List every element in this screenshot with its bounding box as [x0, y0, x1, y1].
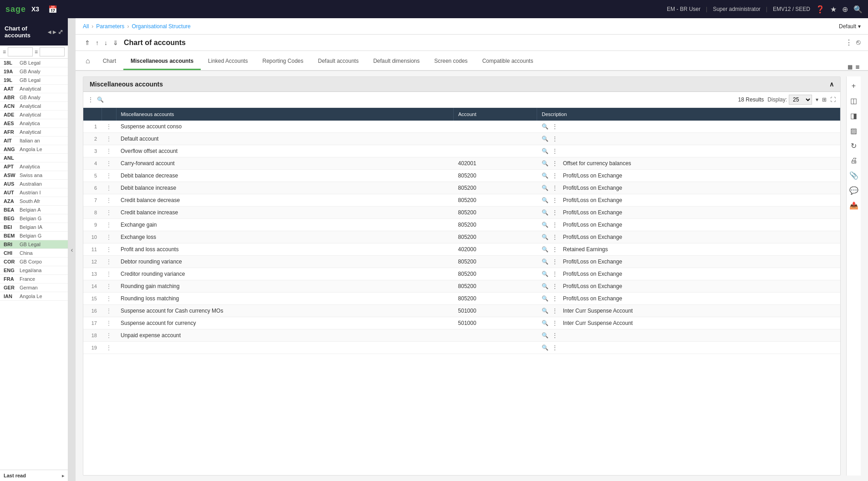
breadcrumb-parameters[interactable]: Parameters [96, 23, 124, 30]
row-more-btn[interactable]: ⋮ [552, 123, 558, 130]
row-search-btn[interactable]: 🔍 [542, 197, 548, 203]
row-menu-icon[interactable]: ⋮ [102, 170, 116, 182]
sidebar-item[interactable]: AZA South Afr [0, 197, 68, 206]
nav-top-button[interactable]: ⇑ [83, 38, 92, 47]
row-menu-icon[interactable]: ⋮ [102, 317, 116, 329]
nav-up-button[interactable]: ↑ [94, 38, 101, 47]
sidebar-item[interactable]: AUT Austrian I [0, 188, 68, 197]
display-down-arrow[interactable]: ▾ [816, 96, 818, 103]
row-menu-icon[interactable]: ⋮ [102, 256, 116, 268]
help-icon[interactable]: ❓ [816, 5, 825, 14]
sidebar-item[interactable]: ACN Analytical [0, 102, 68, 111]
row-menu-icon[interactable]: ⋮ [102, 280, 116, 293]
row-more-btn[interactable]: ⋮ [552, 234, 558, 240]
row-more-btn[interactable]: ⋮ [552, 344, 558, 351]
row-more-btn[interactable]: ⋮ [552, 271, 558, 277]
sidebar-expand-icon[interactable]: ⤢ [58, 28, 63, 35]
tab-list-icon[interactable]: ≣ [855, 64, 860, 70]
sidebar-item[interactable]: BRI GB Legal [0, 240, 68, 249]
sidebar-item[interactable]: FRA France [0, 275, 68, 284]
sidebar-item[interactable]: ASW Swiss ana [0, 171, 68, 180]
sidebar-item[interactable]: ADE Analytical [0, 111, 68, 119]
right-attach-icon[interactable]: 📎 [848, 169, 860, 182]
sidebar-item[interactable]: 19A GB Analy [0, 67, 68, 76]
sidebar-right-icon[interactable]: ▸ [53, 28, 56, 35]
nav-bottom-button[interactable]: ⇓ [111, 38, 120, 47]
row-search-btn[interactable]: 🔍 [542, 258, 548, 265]
row-search-btn[interactable]: 🔍 [542, 172, 548, 179]
right-add-icon[interactable]: + [850, 80, 858, 92]
row-more-btn[interactable]: ⋮ [552, 320, 558, 326]
row-menu-icon[interactable]: ⋮ [102, 329, 116, 342]
right-unknown1-icon[interactable]: ◫ [848, 95, 859, 107]
row-more-btn[interactable]: ⋮ [552, 283, 558, 289]
sidebar-item[interactable]: ANL [0, 154, 68, 162]
row-more-btn[interactable]: ⋮ [552, 136, 558, 142]
tab-chart[interactable]: Chart [96, 53, 123, 70]
desc-filter-input[interactable] [40, 47, 65, 56]
sidebar-item[interactable]: BEA Belgian A [0, 206, 68, 214]
row-menu-icon[interactable]: ⋮ [102, 231, 116, 243]
row-search-btn[interactable]: 🔍 [542, 320, 548, 326]
tab-grid-icon[interactable]: ▦ [848, 64, 853, 70]
row-menu-icon[interactable]: ⋮ [102, 219, 116, 231]
tab-misc-accounts[interactable]: Miscellaneous accounts [123, 53, 201, 70]
sidebar-collapse-button[interactable]: ‹ [68, 18, 76, 481]
sidebar-item[interactable]: 18L GB Legal [0, 59, 68, 67]
row-more-btn[interactable]: ⋮ [552, 246, 558, 253]
right-comment-icon[interactable]: 💬 [848, 184, 860, 197]
toolbar-exit-icon[interactable]: ⎋ [856, 38, 861, 47]
right-unknown2-icon[interactable]: ◨ [848, 110, 859, 122]
row-more-btn[interactable]: ⋮ [552, 258, 558, 265]
row-search-btn[interactable]: 🔍 [542, 123, 548, 130]
sidebar-footer-arrow[interactable]: ▸ [62, 473, 64, 478]
sidebar-item[interactable]: BEG Belgian G [0, 214, 68, 223]
panel-search-icon[interactable]: 🔍 [97, 96, 104, 103]
row-search-btn[interactable]: 🔍 [542, 209, 548, 216]
sidebar-item[interactable]: ANG Angola Le [0, 145, 68, 154]
row-menu-icon[interactable]: ⋮ [102, 145, 116, 157]
row-menu-icon[interactable]: ⋮ [102, 207, 116, 219]
sidebar-item[interactable]: ENG Legal/ana [0, 266, 68, 275]
row-menu-icon[interactable]: ⋮ [102, 342, 116, 354]
breadcrumb-all[interactable]: All [83, 23, 89, 30]
sidebar-item[interactable]: GER German [0, 284, 68, 292]
row-more-btn[interactable]: ⋮ [552, 209, 558, 216]
sidebar-item[interactable]: AAT Analytical [0, 85, 68, 93]
sidebar-item[interactable]: AIT Italian an [0, 137, 68, 145]
row-menu-icon[interactable]: ⋮ [102, 293, 116, 305]
row-search-btn[interactable]: 🔍 [542, 222, 548, 228]
right-share-icon[interactable]: 📤 [848, 199, 860, 212]
sidebar-item[interactable]: COR GB Corpo [0, 258, 68, 266]
right-refresh-icon[interactable]: ↻ [849, 140, 858, 152]
sidebar-item[interactable]: AES Analytica [0, 119, 68, 128]
sidebar-item[interactable]: IAN Angola Le [0, 292, 68, 301]
panel-collapse-icon[interactable]: ∧ [829, 81, 834, 88]
search-top-icon[interactable]: 🔍 [853, 5, 863, 14]
panel-fullscreen-icon[interactable]: ⛶ [830, 96, 836, 103]
row-search-btn[interactable]: 🔍 [542, 136, 548, 142]
row-search-btn[interactable]: 🔍 [542, 185, 548, 191]
code-filter-input[interactable] [8, 47, 33, 56]
tab-default-dimensions[interactable]: Default dimensions [366, 53, 427, 70]
tab-compatible-accounts[interactable]: Compatible accounts [475, 53, 540, 70]
row-search-btn[interactable]: 🔍 [542, 308, 548, 314]
row-search-btn[interactable]: 🔍 [542, 160, 548, 167]
row-menu-icon[interactable]: ⋮ [102, 243, 116, 256]
row-menu-icon[interactable]: ⋮ [102, 305, 116, 317]
default-arrow[interactable]: ▾ [858, 23, 861, 30]
row-search-btn[interactable]: 🔍 [542, 148, 548, 154]
row-menu-icon[interactable]: ⋮ [102, 268, 116, 280]
calendar-icon[interactable]: 📅 [48, 5, 57, 14]
row-more-btn[interactable]: ⋮ [552, 295, 558, 302]
tab-home[interactable]: ⌂ [80, 53, 96, 70]
sidebar-item[interactable]: AUS Australian [0, 180, 68, 188]
row-menu-icon[interactable]: ⋮ [102, 133, 116, 145]
row-more-btn[interactable]: ⋮ [552, 160, 558, 167]
row-menu-icon[interactable]: ⋮ [102, 194, 116, 207]
row-more-btn[interactable]: ⋮ [552, 172, 558, 179]
row-menu-icon[interactable]: ⋮ [102, 157, 116, 170]
row-search-btn[interactable]: 🔍 [542, 332, 548, 339]
row-search-btn[interactable]: 🔍 [542, 344, 548, 351]
nav-down-button[interactable]: ↓ [102, 38, 109, 47]
